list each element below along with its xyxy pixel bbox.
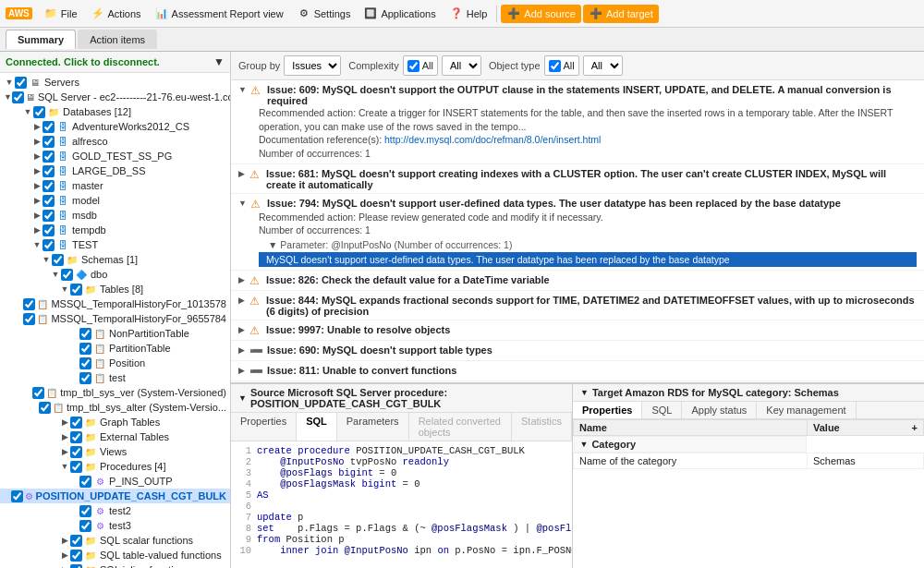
- tree-checkbox-dbo[interactable]: [61, 269, 73, 281]
- tree-checkbox-servers[interactable]: [15, 77, 27, 89]
- tree-item-gold_test[interactable]: ▶ 🗄 GOLD_TEST_SS_PG: [0, 149, 230, 163]
- actions-button[interactable]: ⚡ Actions: [85, 5, 147, 23]
- tree-checkbox-mssql_temporal1[interactable]: [23, 298, 35, 310]
- issue-expand-icon[interactable]: ▶: [238, 275, 246, 284]
- tree-checkbox-databases[interactable]: [33, 106, 45, 118]
- tree-checkbox-test[interactable]: [43, 239, 55, 251]
- tree-checkbox-sql_inline[interactable]: [70, 564, 82, 569]
- tree-checkbox-procedures[interactable]: [70, 461, 82, 473]
- settings-button[interactable]: ⚙ Settings: [291, 5, 357, 23]
- tree-checkbox-model[interactable]: [43, 195, 55, 207]
- target-tab-key-management[interactable]: Key management: [757, 402, 856, 418]
- tree-item-mssql_temporal1[interactable]: 📋 MSSQL_TemporalHistoryFor_1013578: [0, 296, 230, 311]
- tree-item-msdb[interactable]: ▶ 🗄 msdb: [0, 208, 230, 223]
- tree-item-views[interactable]: ▶ 📁 Views: [0, 444, 230, 459]
- issue-row-issue_794[interactable]: ▼ ⚠ Issue: 794: MySQL doesn't support us…: [231, 194, 924, 271]
- tree-item-adventureworks[interactable]: ▶ 🗄 AdventureWorks2012_CS: [0, 119, 230, 134]
- tree-checkbox-tmp_tbl_sys_ver[interactable]: [32, 387, 44, 399]
- tree-checkbox-schemas[interactable]: [52, 254, 64, 266]
- issue-expand-icon[interactable]: ▶: [238, 296, 246, 305]
- tree-checkbox-graph_tables[interactable]: [70, 417, 82, 429]
- applications-button[interactable]: 🔲 Applications: [358, 5, 441, 23]
- tree-item-p_ins_outp[interactable]: ⚙ P_INS_OUTP: [0, 474, 230, 489]
- source-tab-related-converted-objects[interactable]: Related converted objects: [409, 413, 512, 441]
- tab-summary[interactable]: Summary: [6, 30, 76, 49]
- issue-expand-icon[interactable]: ▶: [238, 345, 246, 355]
- tree-checkbox-sql_scalar[interactable]: [70, 535, 82, 547]
- tree-item-procedures[interactable]: ▼ 📁 Procedures [4]: [0, 459, 230, 474]
- tree-item-alfresco[interactable]: ▶ 🗄 alfresco: [0, 134, 230, 149]
- issue-row-issue_690[interactable]: ▶ ➖ Issue: 690: MySQL doesn't support ta…: [231, 341, 924, 361]
- issue-expand-icon[interactable]: ▼: [238, 199, 247, 208]
- issue-expand-icon[interactable]: ▶: [238, 366, 246, 375]
- tree-checkbox-p_ins_outp[interactable]: [79, 476, 91, 488]
- target-tab-apply-status[interactable]: Apply status: [682, 402, 757, 418]
- tree-item-model[interactable]: ▶ 🗄 model: [0, 193, 230, 208]
- tab-action-items[interactable]: Action items: [78, 30, 157, 49]
- source-tab-properties[interactable]: Properties: [231, 413, 297, 441]
- complexity-select[interactable]: All: [442, 55, 481, 76]
- tree-checkbox-gold_test[interactable]: [43, 151, 55, 163]
- issue-row-issue_811[interactable]: ▶ ➖ Issue: 811: Unable to convert functi…: [231, 361, 924, 381]
- issue-row-issue_826[interactable]: ▶ ⚠ Issue: 826: Check the default value …: [231, 271, 924, 291]
- issue-row-issue_844[interactable]: ▶ ⚠ Issue: 844: MySQL expands fractional…: [231, 291, 924, 320]
- tree-item-partition[interactable]: 📋 PartitionTable: [0, 341, 230, 356]
- tree-checkbox-nonpartition[interactable]: [79, 328, 91, 340]
- tree-checkbox-test2[interactable]: [79, 505, 91, 517]
- add-prop-button[interactable]: +: [912, 422, 918, 433]
- tree-checkbox-tmp_tbl_sys_alter[interactable]: [39, 402, 51, 414]
- tree-item-graph_tables[interactable]: ▶ 📁 Graph Tables: [0, 415, 230, 429]
- tree-item-sql_server[interactable]: ▼ 🖥 SQL Server - ec2---------21-76.eu-we…: [0, 90, 230, 104]
- tree-item-test_tbl[interactable]: 📋 test: [0, 370, 230, 385]
- tree-checkbox-test3[interactable]: [79, 520, 91, 532]
- tree-checkbox-adventureworks[interactable]: [43, 121, 55, 133]
- tree-item-dbo[interactable]: ▼ 🔷 dbo: [0, 267, 230, 282]
- tree-checkbox-external_tables[interactable]: [70, 431, 82, 443]
- help-button[interactable]: ❓ Help: [444, 5, 493, 23]
- tree-item-databases[interactable]: ▼ 📁 Databases [12]: [0, 104, 230, 119]
- filter-icon[interactable]: ▼: [213, 55, 225, 68]
- object-type-checkbox[interactable]: [549, 60, 561, 72]
- tree-item-tmp_tbl_sys_ver[interactable]: 📋 tmp_tbl_sys_ver (System-Versioned): [0, 385, 230, 400]
- tree-checkbox-msdb[interactable]: [43, 210, 55, 222]
- tree-item-sql_table_valued[interactable]: ▶ 📁 SQL table-valued functions: [0, 548, 230, 562]
- group-by-select[interactable]: Issues: [284, 55, 341, 76]
- assessment-button[interactable]: 📊 Assessment Report view: [149, 5, 289, 23]
- tree-item-position_update[interactable]: ⚙ POSITION_UPDATE_CASH_CGT_BULK: [0, 489, 230, 503]
- target-tab-sql[interactable]: SQL: [642, 402, 682, 418]
- object-type-select[interactable]: All: [583, 55, 623, 76]
- tree-item-test[interactable]: ▼ 🗄 TEST: [0, 237, 230, 252]
- doc-link[interactable]: http://dev.mysql.com/doc/refman/8.0/en/i…: [384, 134, 601, 145]
- issue-expand-icon[interactable]: ▼: [238, 85, 247, 94]
- tree-item-sql_scalar[interactable]: ▶ 📁 SQL scalar functions: [0, 533, 230, 548]
- tree-item-test2[interactable]: ⚙ test2: [0, 503, 230, 518]
- tree-item-schemas[interactable]: ▼ 📁 Schemas [1]: [0, 252, 230, 267]
- tree-item-position[interactable]: 📋 Position: [0, 356, 230, 370]
- tree-checkbox-sql_server[interactable]: [12, 91, 24, 103]
- tree-checkbox-sql_table_valued[interactable]: [70, 550, 82, 562]
- tree-checkbox-test_tbl[interactable]: [79, 372, 91, 384]
- file-button[interactable]: 📁 File: [38, 5, 83, 23]
- tree-checkbox-alfresco[interactable]: [43, 136, 55, 148]
- source-tab-statistics[interactable]: Statistics: [512, 413, 572, 441]
- tree-item-large_db[interactable]: ▶ 🗄 LARGE_DB_SS: [0, 163, 230, 178]
- issue-row-issue_681[interactable]: ▶ ⚠ Issue: 681: MySQL doesn't support cr…: [231, 164, 924, 194]
- tree-item-sql_inline[interactable]: ▶ 📁 SQL inline functions: [0, 562, 230, 568]
- tree-checkbox-partition[interactable]: [79, 343, 91, 355]
- tree-item-test3[interactable]: ⚙ test3: [0, 518, 230, 533]
- tree-item-master[interactable]: ▶ 🗄 master: [0, 178, 230, 193]
- complexity-checkbox[interactable]: [407, 60, 419, 72]
- source-tab-sql[interactable]: SQL: [297, 413, 337, 441]
- tree-checkbox-position[interactable]: [79, 357, 91, 369]
- target-tab-properties[interactable]: Properties: [573, 402, 642, 418]
- issue-expand-icon[interactable]: ▶: [238, 169, 246, 178]
- tree-checkbox-position_update[interactable]: [11, 490, 23, 502]
- tree-item-tables[interactable]: ▼ 📁 Tables [8]: [0, 282, 230, 296]
- tree-item-mssql_temporal2[interactable]: 📋 MSSQL_TemporalHistoryFor_9655784: [0, 311, 230, 326]
- source-tab-parameters[interactable]: Parameters: [337, 413, 409, 441]
- add-target-button[interactable]: ➕ Add target: [583, 5, 659, 23]
- tree-checkbox-views[interactable]: [70, 446, 82, 458]
- tree-checkbox-tables[interactable]: [70, 284, 82, 296]
- tree-checkbox-mssql_temporal2[interactable]: [23, 313, 35, 325]
- tree-checkbox-master[interactable]: [43, 180, 55, 192]
